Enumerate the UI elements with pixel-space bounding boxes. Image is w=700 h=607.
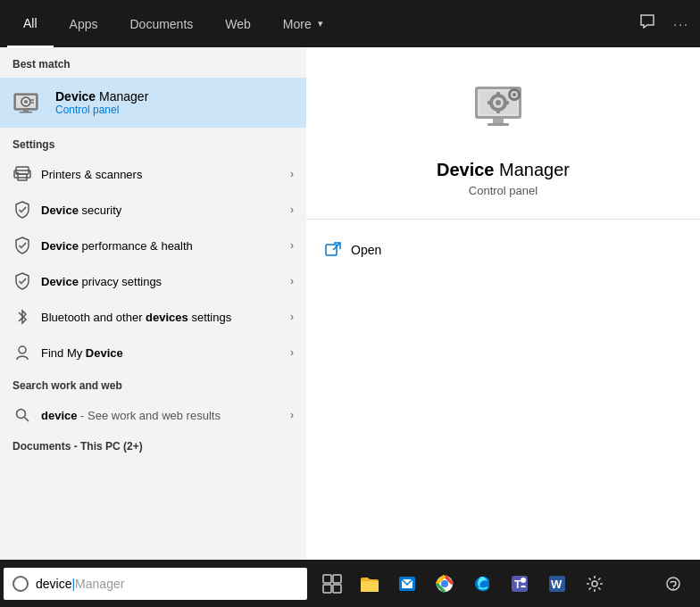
bluetooth-icon — [12, 307, 32, 327]
device-manager-icon — [12, 87, 45, 119]
device-performance-chevron: › — [290, 239, 294, 252]
file-explorer-icon[interactable] — [352, 566, 388, 602]
svg-rect-6 — [23, 110, 29, 112]
taskbar: device|Manager — [0, 560, 700, 607]
svg-rect-11 — [16, 172, 19, 174]
device-performance-label: Device performance & health — [41, 239, 290, 253]
search-work-web-label: Search work and web — [0, 370, 306, 397]
printers-label: Printers & scanners — [41, 168, 290, 181]
svg-point-47 — [592, 581, 597, 586]
svg-rect-7 — [20, 112, 32, 113]
web-search-chevron: › — [290, 409, 294, 421]
printers-chevron: › — [290, 168, 294, 180]
search-icon — [12, 576, 29, 592]
svg-rect-36 — [361, 581, 379, 592]
svg-point-3 — [24, 100, 28, 104]
taskbar-search[interactable]: device|Manager — [4, 568, 307, 600]
divider — [306, 219, 700, 220]
best-match-item[interactable]: Device Manager Control panel — [0, 78, 306, 128]
menu-item-find-my-device[interactable]: Find My Device › — [0, 335, 306, 370]
find-my-device-chevron: › — [290, 346, 294, 359]
svg-point-13 — [17, 410, 26, 419]
svg-point-12 — [19, 346, 26, 353]
printer-icon — [12, 164, 32, 184]
app-icon-large — [468, 74, 539, 146]
device-security-chevron: › — [290, 204, 294, 216]
svg-rect-22 — [496, 110, 500, 113]
menu-item-bluetooth[interactable]: Bluetooth and other devices settings › — [0, 299, 306, 335]
edge-icon[interactable] — [464, 566, 500, 602]
svg-text:W: W — [551, 578, 562, 591]
best-match-label: Best match — [0, 47, 306, 78]
best-match-title-rest: Manager — [96, 89, 148, 104]
find-my-device-icon — [12, 343, 32, 362]
right-panel: Device Manager Control panel Open — [306, 47, 700, 560]
device-security-label: Device security — [41, 204, 290, 217]
best-match-text: Device Manager Control panel — [55, 89, 148, 116]
device-security-icon — [12, 200, 32, 220]
nav-tab-web[interactable]: Web — [209, 0, 267, 47]
web-search-icon — [12, 405, 32, 425]
svg-point-41 — [442, 580, 448, 586]
task-view-icon[interactable] — [314, 566, 350, 602]
svg-rect-30 — [326, 245, 337, 255]
open-button[interactable]: Open — [306, 234, 700, 266]
svg-rect-29 — [488, 123, 509, 126]
nav-tab-apps[interactable]: Apps — [54, 0, 114, 47]
device-privacy-icon — [12, 271, 32, 291]
svg-rect-21 — [496, 92, 500, 96]
find-my-device-label: Find My Device — [41, 346, 290, 360]
svg-rect-24 — [505, 101, 509, 104]
chrome-icon[interactable] — [427, 566, 462, 602]
search-typed-text: device|Manager — [36, 577, 124, 591]
taskbar-right — [657, 568, 696, 600]
svg-rect-23 — [488, 101, 491, 104]
bluetooth-label: Bluetooth and other devices settings — [41, 311, 290, 324]
svg-rect-5 — [30, 102, 34, 104]
teams-icon[interactable]: T — [502, 566, 538, 602]
best-match-subtitle: Control panel — [55, 104, 148, 116]
menu-item-device-privacy[interactable]: Device privacy settings › — [0, 263, 306, 299]
word-icon[interactable]: W — [539, 566, 575, 602]
svg-point-44 — [521, 578, 526, 583]
open-icon — [324, 241, 342, 259]
documents-label: Documents - This PC (2+) — [0, 433, 306, 460]
feedback-icon[interactable] — [636, 10, 659, 37]
nav-action-icons: ··· — [636, 10, 693, 37]
web-search-label: device - See work and web results — [41, 409, 290, 422]
nav-tab-documents[interactable]: Documents — [113, 0, 209, 47]
nav-tab-all[interactable]: All — [7, 0, 54, 47]
svg-point-20 — [496, 100, 501, 105]
outlook-icon[interactable] — [389, 566, 425, 602]
more-options-icon[interactable]: ··· — [670, 11, 693, 37]
svg-point-27 — [512, 93, 516, 96]
settings-section-label: Settings — [0, 129, 306, 156]
top-navigation: All Apps Documents Web More ▾ ··· — [0, 0, 700, 47]
svg-point-49 — [672, 587, 674, 589]
left-panel: Best match Device Manager Control panel … — [0, 47, 306, 560]
svg-rect-35 — [333, 585, 341, 593]
bluetooth-chevron: › — [290, 311, 294, 323]
svg-rect-4 — [30, 99, 34, 101]
nav-tab-more[interactable]: More ▾ — [267, 0, 339, 47]
web-search-item[interactable]: device - See work and web results › — [0, 397, 306, 433]
svg-text:T: T — [514, 578, 521, 591]
open-label: Open — [351, 243, 381, 257]
menu-item-device-security[interactable]: Device security › — [0, 192, 306, 228]
best-match-title-bold: Device — [55, 89, 96, 104]
device-privacy-label: Device privacy settings — [41, 275, 290, 288]
app-title: Device Manager — [437, 160, 570, 180]
svg-rect-34 — [323, 585, 331, 593]
device-performance-icon — [12, 236, 32, 255]
menu-item-printers[interactable]: Printers & scanners › — [0, 156, 306, 192]
system-tray-icon[interactable] — [657, 568, 689, 600]
taskbar-icons: T W — [314, 566, 612, 602]
svg-rect-28 — [493, 119, 504, 123]
windows-settings-icon[interactable] — [577, 566, 612, 602]
menu-item-device-performance[interactable]: Device performance & health › — [0, 228, 306, 263]
svg-rect-33 — [333, 575, 341, 583]
svg-rect-32 — [323, 575, 331, 583]
app-subtitle: Control panel — [469, 184, 538, 197]
device-privacy-chevron: › — [290, 275, 294, 287]
svg-line-14 — [25, 418, 29, 422]
